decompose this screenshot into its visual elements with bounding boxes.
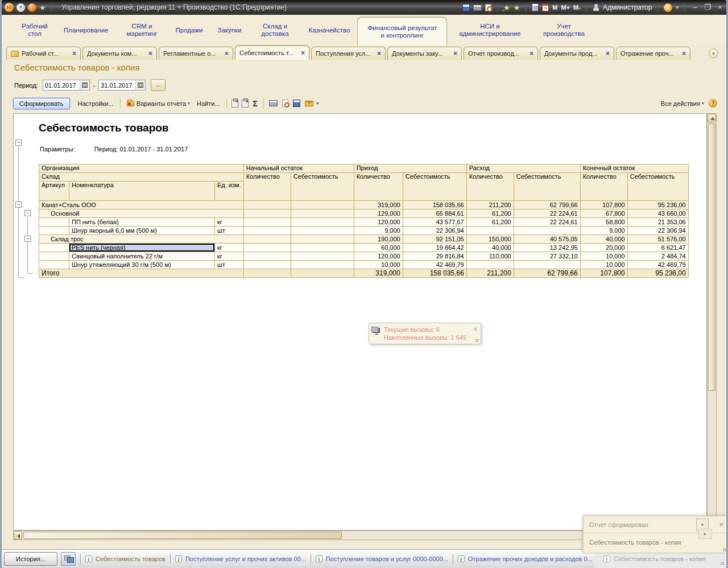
period-to-input[interactable]	[99, 82, 135, 89]
cell[interactable]	[243, 252, 291, 261]
cell[interactable]: 10,000	[354, 261, 403, 269]
period-more-button[interactable]: ...	[151, 79, 166, 91]
cell[interactable]: 319,000	[354, 269, 403, 278]
section-tab[interactable]: Рабочий стол	[13, 22, 56, 39]
close-button[interactable]: ×	[715, 3, 725, 12]
cell[interactable]: 40 575,05	[514, 235, 580, 244]
notification-link[interactable]: Себестоимость товаров - копия	[589, 539, 681, 546]
copy-settings-icon[interactable]	[231, 100, 238, 108]
doc-tab[interactable]: Себестоимость т...×	[235, 46, 309, 60]
close-icon[interactable]: ×	[148, 50, 152, 57]
settings-button[interactable]: Настройки...	[75, 98, 117, 109]
cell[interactable]: 120,000	[354, 252, 403, 261]
horizontal-scroll-thumb[interactable]	[23, 532, 342, 539]
taskbar-item[interactable]: iПоступление товаров и услуг 0000-0000..…	[316, 555, 448, 562]
cell[interactable]: 107,800	[580, 201, 627, 209]
calculator-icon[interactable]	[532, 3, 539, 11]
cell[interactable]	[514, 261, 580, 269]
save-icon[interactable]	[293, 100, 300, 107]
cell[interactable]: ПП нить (белая)	[69, 218, 215, 227]
add-favorite-icon[interactable]: ★	[503, 3, 510, 12]
cell[interactable]: 51 576,00	[627, 235, 688, 244]
cell[interactable]: 21 353,06	[627, 218, 688, 227]
cell[interactable]	[466, 261, 514, 269]
cell[interactable]: 60,000	[354, 244, 403, 252]
mail-icon[interactable]	[305, 101, 313, 106]
section-tab[interactable]: НСИ и администрирование	[447, 22, 532, 39]
close-icon[interactable]: ×	[530, 50, 533, 57]
section-tab[interactable]: Планирование	[56, 26, 115, 35]
cell[interactable]: 13 242,95	[514, 244, 580, 252]
calendar-icon[interactable]: 31	[542, 3, 549, 11]
cell[interactable]: 211,200	[466, 201, 514, 209]
cell[interactable]	[39, 227, 69, 235]
resize-grip[interactable]	[475, 339, 479, 342]
cell[interactable]: 29 816,84	[403, 252, 466, 261]
section-tab[interactable]: Финансовый результат и контроллинг	[357, 17, 447, 46]
doc-tab[interactable]: Поступления усл...×	[311, 47, 386, 60]
section-tab[interactable]: CRM и маркетинг	[115, 22, 168, 39]
cell[interactable]: 9,000	[354, 227, 403, 235]
help-icon[interactable]: ?	[709, 99, 717, 108]
cell[interactable]: Основной	[39, 209, 244, 218]
chevron-down-icon[interactable]: ▾	[316, 101, 318, 106]
cell[interactable]: 110,000	[466, 252, 514, 261]
memory-plus-button[interactable]: M+	[561, 4, 570, 11]
cell[interactable]	[291, 201, 354, 209]
print-preview-icon[interactable]	[485, 4, 491, 11]
favorites-star-icon[interactable]: ★	[39, 3, 46, 12]
cell[interactable]: 62 799,66	[514, 201, 580, 209]
close-icon[interactable]: ×	[225, 50, 229, 57]
cell[interactable]: 22 306,94	[403, 227, 466, 235]
cell[interactable]	[39, 218, 69, 227]
section-tab[interactable]: Закупки	[210, 26, 249, 35]
taskbar-item[interactable]: iПоступление услуг и прочих активов 00..…	[175, 555, 306, 562]
find-button[interactable]: Найти...	[193, 98, 224, 109]
maximize-button[interactable]: ❐	[703, 3, 712, 12]
cell[interactable]	[243, 261, 291, 269]
doc-tab[interactable]: Документы прод...×	[540, 47, 614, 60]
doc-tab[interactable]: Документы ком...×	[82, 47, 157, 60]
cell[interactable]: 42 469,79	[627, 261, 688, 269]
cell[interactable]: шт	[215, 227, 244, 235]
cell[interactable]	[243, 227, 291, 235]
cell[interactable]: 107,800	[580, 269, 627, 278]
cell[interactable]: 120,000	[354, 218, 403, 227]
cell[interactable]: 58,800	[580, 218, 627, 227]
cell[interactable]	[291, 252, 354, 261]
cell[interactable]: 22 224,61	[514, 209, 580, 218]
cell[interactable]: 61,200	[466, 218, 514, 227]
main-menu-button[interactable]: ▾	[16, 3, 25, 12]
selected-cell[interactable]: PES нить (черная)	[69, 244, 215, 252]
cell[interactable]	[291, 218, 354, 227]
close-icon[interactable]: ×	[474, 326, 477, 332]
resize-grip[interactable]	[723, 548, 726, 551]
cell[interactable]: 95 236,00	[627, 269, 688, 278]
cell[interactable]: 65 884,61	[403, 209, 466, 218]
group-collapse-toggle[interactable]: −	[15, 139, 22, 146]
close-icon[interactable]: ×	[682, 50, 686, 57]
cell[interactable]: Шнур якорный 6,0 мм (500 м)	[69, 227, 215, 235]
cell[interactable]: 40,000	[580, 235, 627, 244]
cell[interactable]: 92 151,05	[403, 235, 466, 244]
taskbar-item[interactable]: iОтражение прочих доходов и расходов 0..…	[458, 555, 593, 562]
group-collapse-toggle[interactable]: −	[24, 210, 31, 216]
cell[interactable]	[243, 244, 291, 252]
cell[interactable]: 190,000	[354, 235, 403, 244]
section-tab[interactable]: Склад и доставка	[249, 22, 301, 39]
cell[interactable]	[514, 227, 580, 235]
cell[interactable]: 62 799,66	[514, 269, 580, 278]
cell[interactable]: 319,000	[354, 201, 403, 209]
cell[interactable]: Шнур утяжеляющий 30 г/м (500 м)	[69, 261, 215, 269]
period-from-input[interactable]	[43, 82, 80, 89]
cell[interactable]: кг	[215, 252, 244, 261]
calendar-picker-button[interactable]	[135, 80, 145, 90]
cell[interactable]: Итого	[39, 269, 244, 278]
chevron-down-icon[interactable]: ▾	[676, 5, 679, 10]
paste-settings-icon[interactable]	[242, 100, 249, 108]
cell[interactable]: 67,800	[580, 209, 627, 218]
report-variants-button[interactable]: Варианты отчета ▾	[123, 98, 193, 109]
doc-tab[interactable]: Регламентные о...×	[159, 47, 233, 60]
doc-tab[interactable]: Отчет производ...×	[464, 47, 538, 60]
generate-button[interactable]: Сформировать	[13, 98, 70, 109]
